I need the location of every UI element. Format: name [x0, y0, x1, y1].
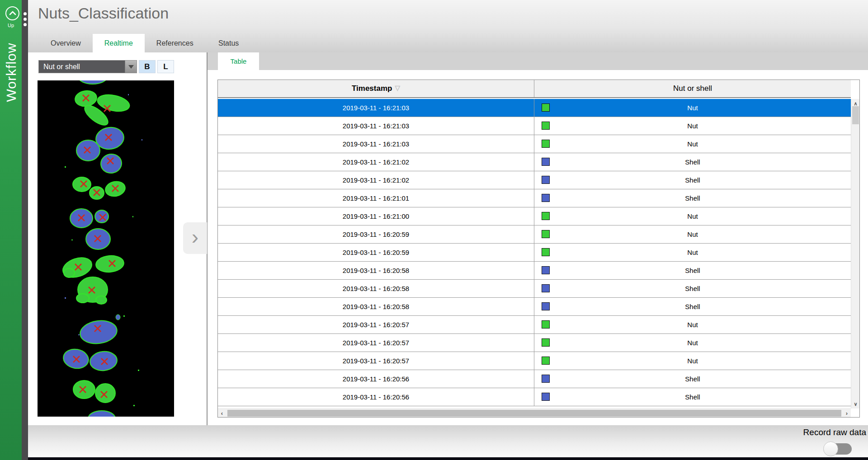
- table-row[interactable]: 2019-03-11 - 16:21:01Shell: [218, 189, 851, 207]
- table-row[interactable]: 2019-03-11 - 16:21:03Nut: [218, 99, 851, 117]
- classification-cell: Shell: [534, 189, 851, 207]
- table-row[interactable]: 2019-03-11 - 16:21:00Nut: [218, 207, 851, 225]
- timestamp-cell: 2019-03-11 - 16:20:57: [218, 334, 534, 352]
- timestamp-cell: 2019-03-11 - 16:20:59: [218, 225, 534, 243]
- timestamp-cell: 2019-03-11 - 16:20:57: [218, 316, 534, 333]
- table-row[interactable]: 2019-03-11 - 16:20:56Shell: [218, 370, 851, 388]
- class-color-square: [542, 248, 550, 256]
- classification-cell: Shell: [534, 171, 851, 189]
- classification-cell: Shell: [534, 280, 851, 297]
- class-label: Nut: [687, 122, 698, 130]
- class-label: Nut: [687, 339, 698, 347]
- class-color-square: [542, 194, 550, 202]
- table-row[interactable]: 2019-03-11 - 16:21:03Nut: [218, 135, 851, 153]
- timestamp-cell: 2019-03-11 - 16:20:58: [218, 280, 534, 297]
- table-row[interactable]: 2019-03-11 - 16:20:56Shell: [218, 388, 851, 406]
- classification-cell: Shell: [534, 153, 851, 171]
- table-row[interactable]: 2019-03-11 - 16:20:59Nut: [218, 225, 851, 244]
- table-row[interactable]: 2019-03-11 - 16:21:03Nut: [218, 117, 851, 135]
- class-label: Shell: [685, 393, 700, 401]
- dropdown-arrow-icon[interactable]: [125, 61, 137, 73]
- classification-cell: Nut: [534, 99, 851, 117]
- l-button[interactable]: L: [157, 60, 174, 73]
- nuts-shells-visualization: [38, 80, 174, 417]
- class-color-square: [542, 140, 550, 148]
- class-label: Shell: [685, 375, 700, 383]
- b-button[interactable]: B: [139, 60, 156, 73]
- timestamp-cell: 2019-03-11 - 16:21:03: [218, 135, 534, 153]
- scrollbar-corner: [851, 408, 859, 417]
- class-color-square: [542, 302, 550, 310]
- column-header-class[interactable]: Nut or shell: [534, 80, 851, 97]
- class-color-square: [542, 212, 550, 220]
- workflow-label: Workflow: [4, 35, 18, 110]
- workflow-sidebar: Up Workflow: [0, 0, 22, 460]
- table-row[interactable]: 2019-03-11 - 16:20:59Nut: [218, 244, 851, 262]
- timestamp-cell: 2019-03-11 - 16:20:58: [218, 262, 534, 279]
- table-row[interactable]: 2019-03-11 - 16:21:02Shell: [218, 171, 851, 189]
- table-row[interactable]: 2019-03-11 - 16:20:57Nut: [218, 316, 851, 334]
- record-raw-data-toggle[interactable]: [825, 443, 852, 455]
- vertical-scrollbar[interactable]: ∧ ∨: [851, 99, 859, 408]
- timestamp-cell: 2019-03-11 - 16:21:00: [218, 207, 534, 225]
- timestamp-cell: 2019-03-11 - 16:21:01: [218, 189, 534, 207]
- class-label: Nut: [687, 212, 698, 220]
- classification-cell: Nut: [534, 334, 851, 352]
- class-color-square: [542, 357, 550, 365]
- classification-cell: Shell: [534, 370, 851, 388]
- table-row[interactable]: 2019-03-11 - 16:20:57Nut: [218, 352, 851, 370]
- class-color-square: [542, 230, 550, 238]
- scroll-down-icon[interactable]: ∨: [851, 400, 860, 408]
- classification-cell: Nut: [534, 225, 851, 243]
- expand-panel-button[interactable]: ›: [183, 222, 207, 254]
- timestamp-cell: 2019-03-11 - 16:20:59: [218, 244, 534, 261]
- classification-cell: Nut: [534, 352, 851, 370]
- timestamp-cell: 2019-03-11 - 16:21:03: [218, 117, 534, 135]
- class-color-square: [542, 266, 550, 274]
- class-label: Nut: [687, 357, 698, 365]
- scroll-left-icon[interactable]: ‹: [218, 409, 226, 418]
- class-color-square: [542, 375, 550, 383]
- class-label: Shell: [685, 267, 700, 274]
- table-row[interactable]: 2019-03-11 - 16:20:58Shell: [218, 280, 851, 298]
- class-dropdown-value: Nut or shell: [39, 63, 80, 71]
- class-label: Nut: [687, 140, 698, 148]
- horizontal-scroll-thumb[interactable]: [227, 410, 841, 417]
- class-label: Nut: [687, 230, 698, 238]
- tab-overview[interactable]: Overview: [39, 34, 93, 52]
- up-button[interactable]: [5, 6, 19, 20]
- class-label: Nut: [687, 321, 698, 329]
- table-row[interactable]: 2019-03-11 - 16:21:02Shell: [218, 153, 851, 171]
- subtab-bar: Table: [208, 52, 868, 70]
- up-button-label: Up: [0, 23, 22, 28]
- classification-image[interactable]: [38, 80, 174, 417]
- tab-realtime[interactable]: Realtime: [93, 34, 145, 52]
- horizontal-scrollbar[interactable]: ‹ ›: [218, 408, 851, 417]
- tab-table[interactable]: Table: [218, 52, 259, 70]
- classification-cell: Nut: [534, 117, 851, 135]
- timestamp-cell: 2019-03-11 - 16:20:57: [218, 352, 534, 370]
- classification-cell: Nut: [534, 244, 851, 261]
- class-color-square: [542, 176, 550, 184]
- class-label: Nut: [687, 104, 698, 112]
- classification-cell: Nut: [534, 207, 851, 225]
- scroll-right-icon[interactable]: ›: [843, 409, 851, 418]
- class-label: Shell: [685, 158, 700, 166]
- class-dropdown[interactable]: Nut or shell: [38, 60, 137, 73]
- classification-cell: Shell: [534, 388, 851, 406]
- vertical-scroll-thumb[interactable]: [852, 106, 859, 124]
- table-row[interactable]: 2019-03-11 - 16:20:57Nut: [218, 334, 851, 352]
- sidebar-grip[interactable]: [22, 0, 28, 460]
- table-row[interactable]: 2019-03-11 - 16:20:58Shell: [218, 298, 851, 316]
- column-header-timestamp[interactable]: Timestamp ▽: [218, 80, 534, 97]
- record-raw-data-label: Record raw data: [803, 427, 866, 437]
- main-tab-bar: Overview Realtime References Status: [39, 34, 252, 52]
- class-label: Shell: [685, 285, 700, 292]
- table-row[interactable]: 2019-03-11 - 16:20:58Shell: [218, 262, 851, 280]
- tab-status[interactable]: Status: [205, 34, 252, 52]
- classification-cell: Nut: [534, 316, 851, 333]
- class-color-square: [542, 320, 550, 329]
- timestamp-cell: 2019-03-11 - 16:21:02: [218, 171, 534, 189]
- tab-references[interactable]: References: [145, 34, 205, 52]
- chevron-right-icon: ›: [192, 226, 198, 247]
